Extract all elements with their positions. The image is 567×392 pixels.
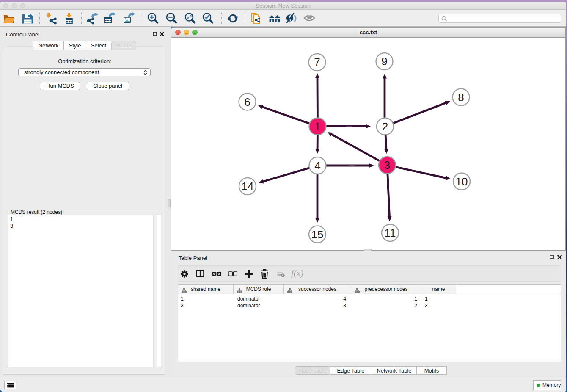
svg-text:10: 10 [456, 175, 468, 188]
svg-text:15: 15 [311, 228, 324, 241]
svg-text:1: 1 [314, 120, 320, 133]
svg-text:7: 7 [314, 56, 320, 69]
svg-text:11: 11 [385, 226, 396, 239]
svg-text:2: 2 [382, 120, 388, 133]
svg-text:14: 14 [242, 180, 254, 193]
svg-text:6: 6 [244, 96, 250, 108]
svg-text:9: 9 [381, 55, 387, 68]
svg-text:8: 8 [458, 91, 464, 104]
svg-text:4: 4 [314, 159, 320, 172]
svg-text:3: 3 [384, 159, 390, 171]
